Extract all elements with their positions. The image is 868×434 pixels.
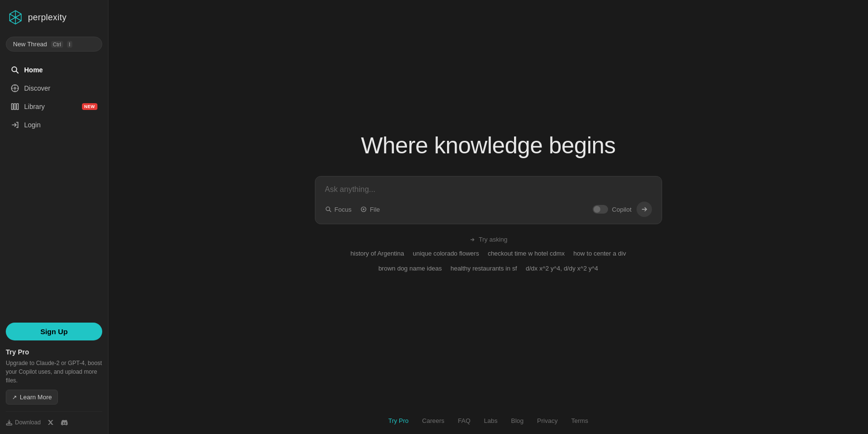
try-asking-text: Try asking — [479, 236, 507, 243]
copilot-toggle[interactable]: Copilot — [593, 205, 631, 214]
svg-line-18 — [329, 210, 331, 212]
home-label: Home — [24, 66, 43, 74]
sidebar-bottom: Download — [6, 411, 102, 426]
download-icon — [6, 419, 13, 426]
try-asking-label: Try asking — [469, 236, 507, 243]
discord-item[interactable] — [61, 419, 68, 426]
focus-label: Focus — [335, 206, 352, 213]
logo-area: perplexity — [6, 8, 102, 27]
submit-button[interactable] — [637, 202, 652, 217]
library-label: Library — [24, 103, 45, 110]
footer-link-labs[interactable]: Labs — [484, 417, 498, 424]
discord-icon — [61, 419, 68, 426]
arrow-right-icon — [640, 205, 648, 213]
chip-0[interactable]: history of Argentina — [349, 249, 406, 258]
search-actions-left: Focus File — [325, 206, 380, 213]
library-icon — [11, 102, 19, 111]
svg-rect-14 — [17, 104, 19, 110]
search-box: Focus File Copilot — [315, 176, 662, 224]
svg-rect-13 — [14, 104, 16, 110]
sidebar-item-login[interactable]: Login — [6, 116, 102, 134]
perplexity-logo-icon — [8, 10, 23, 25]
try-asking-area: Try asking history of Argentina unique c… — [349, 236, 628, 273]
svg-point-4 — [12, 67, 17, 72]
twitter-item[interactable] — [47, 419, 54, 426]
nav-items: Home Discover Library NEW — [6, 61, 102, 317]
hero-title: Where knowledge begins — [361, 132, 616, 159]
file-button[interactable]: File — [360, 206, 380, 213]
sidebar-item-library[interactable]: Library NEW — [6, 98, 102, 115]
footer-link-careers[interactable]: Careers — [422, 417, 444, 424]
chip-4[interactable]: brown dog name ideas — [377, 264, 444, 273]
logo-text: perplexity — [28, 13, 67, 23]
toggle-pill[interactable] — [593, 205, 608, 214]
suggestion-chips-row1: history of Argentina unique colorado flo… — [349, 249, 628, 258]
try-asking-icon — [469, 236, 476, 243]
discover-icon — [11, 84, 19, 93]
footer-link-terms[interactable]: Terms — [571, 417, 588, 424]
footer-link-blog[interactable]: Blog — [511, 417, 524, 424]
copilot-label: Copilot — [612, 206, 631, 213]
signup-button[interactable]: Sign Up — [6, 323, 102, 340]
login-label: Login — [24, 121, 41, 129]
try-pro-title: Try Pro — [6, 348, 102, 356]
try-pro-section: Try Pro Upgrade to Claude-2 or GPT-4, bo… — [6, 340, 102, 405]
file-icon — [360, 206, 367, 213]
new-thread-button[interactable]: New Thread Ctrl I — [6, 37, 102, 52]
chip-2[interactable]: checkout time w hotel cdmx — [486, 249, 567, 258]
footer-link-faq[interactable]: FAQ — [458, 417, 471, 424]
discover-label: Discover — [24, 84, 50, 92]
sidebar: perplexity New Thread Ctrl I Home — [0, 0, 108, 434]
svg-point-17 — [326, 207, 330, 211]
sidebar-item-home[interactable]: Home — [6, 61, 102, 79]
learn-more-button[interactable]: ↗ Learn More — [6, 390, 58, 405]
shortcut-ctrl: Ctrl — [51, 41, 63, 48]
learn-more-label: Learn More — [20, 393, 52, 401]
main-content: Where knowledge begins Focus — [108, 0, 868, 434]
file-label: File — [370, 206, 380, 213]
suggestion-chips-row2: brown dog name ideas healthy restaurants… — [377, 264, 600, 273]
chip-6[interactable]: d/dx x^2 y^4, d/dy x^2 y^4 — [524, 264, 600, 273]
external-icon: ↗ — [12, 394, 17, 401]
footer-link-try-pro[interactable]: Try Pro — [388, 417, 408, 424]
footer: Try Pro Careers FAQ Labs Blog Privacy Te… — [388, 417, 588, 424]
download-label: Download — [15, 419, 41, 426]
svg-line-5 — [16, 71, 19, 74]
footer-link-privacy[interactable]: Privacy — [537, 417, 558, 424]
chip-3[interactable]: how to center a div — [571, 249, 628, 258]
svg-rect-12 — [12, 104, 14, 110]
svg-point-7 — [14, 87, 16, 89]
twitter-icon — [47, 419, 54, 426]
chip-5[interactable]: healthy restaurants in sf — [448, 264, 519, 273]
login-icon — [11, 121, 19, 129]
search-input[interactable] — [325, 185, 652, 194]
library-badge: NEW — [82, 103, 98, 110]
new-thread-label: New Thread — [13, 41, 47, 48]
search-actions-right: Copilot — [593, 202, 651, 217]
focus-button[interactable]: Focus — [325, 206, 352, 213]
search-icon — [11, 66, 19, 74]
download-item[interactable]: Download — [6, 419, 41, 426]
sidebar-item-discover[interactable]: Discover — [6, 80, 102, 97]
svg-rect-15 — [6, 424, 12, 425]
focus-icon — [325, 206, 332, 213]
try-pro-description: Upgrade to Claude-2 or GPT-4, boost your… — [6, 359, 102, 385]
chip-1[interactable]: unique colorado flowers — [411, 249, 481, 258]
shortcut-i: I — [67, 41, 72, 48]
search-bottom: Focus File Copilot — [325, 202, 652, 217]
